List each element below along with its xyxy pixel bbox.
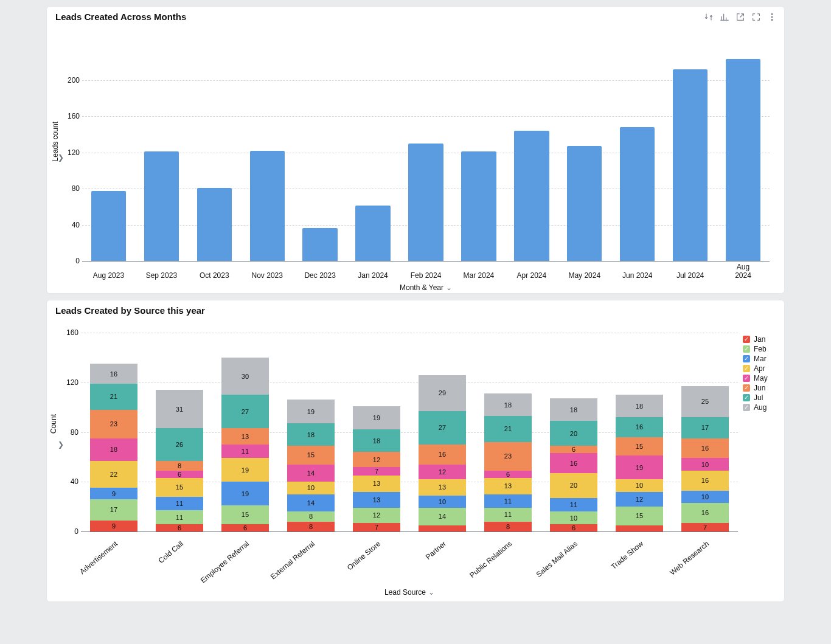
bar-segment[interactable]: 15 xyxy=(287,446,335,465)
stacked-bar[interactable]: 14101312162729 xyxy=(419,375,466,531)
bar-segment[interactable]: 19 xyxy=(287,400,335,423)
legend-item[interactable]: Aug xyxy=(743,403,779,412)
bar-segment[interactable]: 18 xyxy=(90,438,137,461)
stacked-bar[interactable]: 61011201662018 xyxy=(550,398,597,531)
bar-segment[interactable]: 8 xyxy=(156,461,203,471)
bar-segment[interactable]: 13 xyxy=(221,428,269,445)
bar-segment[interactable]: 18 xyxy=(353,429,400,452)
bar[interactable] xyxy=(302,228,337,261)
bar[interactable] xyxy=(567,146,602,261)
stacked-bar[interactable]: 716101610161725 xyxy=(681,386,729,531)
bar-segment[interactable]: 8 xyxy=(484,522,532,531)
bar-segment[interactable]: 29 xyxy=(419,375,466,411)
bar-segment[interactable]: 14 xyxy=(419,508,466,525)
bar-segment[interactable]: 27 xyxy=(221,395,269,428)
bar-segment[interactable]: 11 xyxy=(156,510,203,524)
bar-segment[interactable]: 18 xyxy=(550,398,597,421)
bar-segment[interactable]: 14 xyxy=(287,494,335,512)
legend-item[interactable]: Jan xyxy=(743,335,779,344)
chart2-x-axis-title[interactable]: Lead Source⌄ xyxy=(81,588,738,597)
bar-segment[interactable] xyxy=(419,525,466,531)
bar-segment[interactable]: 16 xyxy=(616,417,663,437)
bar-segment[interactable]: 6 xyxy=(221,524,269,531)
stacked-bar[interactable]: 81111136232118 xyxy=(484,393,532,531)
bar-segment[interactable]: 10 xyxy=(419,496,466,508)
bar-segment[interactable]: 13 xyxy=(353,492,400,508)
bar-segment[interactable]: 6 xyxy=(550,446,597,453)
bar-segment[interactable]: 16 xyxy=(681,471,729,491)
more-icon[interactable] xyxy=(767,12,777,22)
bar[interactable] xyxy=(514,131,549,261)
bar-segment[interactable]: 21 xyxy=(90,384,137,410)
bar-segment[interactable]: 19 xyxy=(353,406,400,430)
bar[interactable] xyxy=(673,69,708,261)
bar-segment[interactable]: 30 xyxy=(221,358,269,395)
stacked-bar[interactable]: 91792218232116 xyxy=(90,364,137,531)
bar[interactable] xyxy=(250,151,285,261)
bar-segment[interactable]: 7 xyxy=(353,523,400,531)
bar-segment[interactable] xyxy=(616,525,663,531)
bar-segment[interactable]: 23 xyxy=(90,410,137,438)
bar-segment[interactable]: 7 xyxy=(681,523,729,531)
stacked-bar[interactable]: 6111115682631 xyxy=(156,390,203,531)
bar[interactable] xyxy=(91,191,126,261)
bar-segment[interactable]: 9 xyxy=(90,521,137,531)
bar-segment[interactable]: 18 xyxy=(484,393,532,416)
bar-segment[interactable]: 31 xyxy=(156,390,203,428)
bar-segment[interactable]: 12 xyxy=(353,508,400,523)
stacked-bar[interactable]: 615191911132730 xyxy=(221,358,269,531)
open-icon[interactable] xyxy=(735,12,745,22)
bar-segment[interactable]: 10 xyxy=(287,482,335,494)
bar-segment[interactable]: 11 xyxy=(484,494,532,508)
bar-segment[interactable]: 10 xyxy=(681,458,729,470)
bar-segment[interactable]: 17 xyxy=(90,499,137,521)
legend-item[interactable]: Apr xyxy=(743,364,779,373)
bar-segment[interactable]: 14 xyxy=(287,465,335,482)
bar-segment[interactable]: 16 xyxy=(90,364,137,384)
bar-segment[interactable]: 18 xyxy=(616,395,663,417)
bar[interactable] xyxy=(461,151,496,261)
bar-segment[interactable]: 15 xyxy=(616,437,663,456)
stacked-bar[interactable]: 15121019151618 xyxy=(616,395,663,531)
fullscreen-icon[interactable] xyxy=(751,12,761,22)
stacked-bar[interactable]: 71213137121819 xyxy=(353,406,400,531)
bar-segment[interactable]: 23 xyxy=(484,442,532,471)
bar[interactable] xyxy=(620,127,655,261)
bar-segment[interactable]: 21 xyxy=(484,416,532,442)
bar-segment[interactable]: 16 xyxy=(550,453,597,473)
bar-segment[interactable]: 11 xyxy=(484,508,532,521)
bar-segment[interactable]: 17 xyxy=(681,417,729,438)
legend-item[interactable]: Jul xyxy=(743,393,779,402)
bar-segment[interactable]: 16 xyxy=(419,445,466,465)
chart-type-icon[interactable] xyxy=(720,12,729,22)
bar-segment[interactable]: 11 xyxy=(156,497,203,510)
y-axis-expand-icon[interactable]: ❯ xyxy=(58,440,64,449)
bar-segment[interactable]: 10 xyxy=(550,511,597,524)
sort-icon[interactable] xyxy=(704,12,714,22)
bar-segment[interactable]: 6 xyxy=(484,471,532,478)
bar[interactable] xyxy=(355,206,390,261)
bar-segment[interactable]: 19 xyxy=(616,455,663,479)
bar[interactable] xyxy=(197,188,232,261)
bar-segment[interactable]: 9 xyxy=(90,488,137,499)
bar-segment[interactable]: 13 xyxy=(484,478,532,494)
bar-segment[interactable]: 15 xyxy=(616,507,663,525)
stacked-bar[interactable]: 88141014151819 xyxy=(287,400,335,531)
bar-segment[interactable]: 16 xyxy=(681,503,729,523)
bar-segment[interactable]: 8 xyxy=(287,522,335,531)
bar-segment[interactable]: 15 xyxy=(221,505,269,524)
bar-segment[interactable]: 19 xyxy=(221,482,269,505)
bar[interactable] xyxy=(726,59,760,261)
bar-segment[interactable]: 11 xyxy=(221,445,269,458)
chart1-x-axis-title[interactable]: Month & Year⌄ xyxy=(82,283,770,292)
bar-segment[interactable]: 7 xyxy=(353,467,400,476)
bar-segment[interactable]: 10 xyxy=(616,479,663,491)
legend-item[interactable]: May xyxy=(743,374,779,383)
bar-segment[interactable]: 6 xyxy=(156,471,203,478)
bar-segment[interactable]: 8 xyxy=(287,511,335,521)
bar-segment[interactable]: 6 xyxy=(156,524,203,531)
bar-segment[interactable]: 19 xyxy=(221,458,269,482)
bar-segment[interactable]: 20 xyxy=(550,421,597,446)
bar-segment[interactable]: 13 xyxy=(353,476,400,492)
bar[interactable] xyxy=(408,144,443,261)
